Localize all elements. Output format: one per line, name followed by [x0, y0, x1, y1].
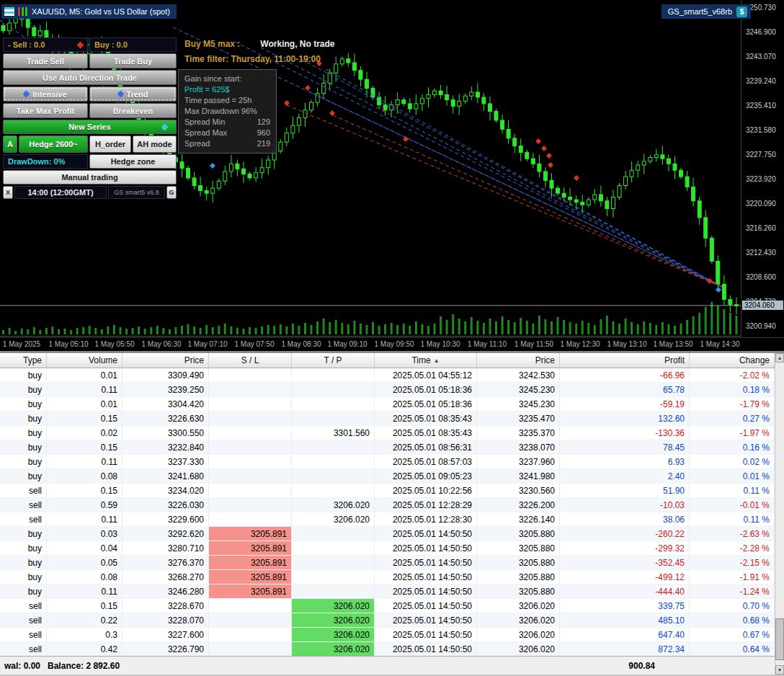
volume-bar: [70, 330, 72, 334]
trend-button[interactable]: Trend: [89, 86, 177, 102]
trade-cell: -10.03: [560, 498, 690, 512]
trade-cell: buy: [0, 455, 47, 469]
breakeven-button[interactable]: Breakeven: [89, 103, 177, 118]
tooltip-title: Gain since start:: [184, 74, 270, 84]
trade-cell: 3206.020: [292, 642, 375, 657]
trade-row[interactable]: buy0.043280.7103205.8912025.05.01 14:50:…: [0, 541, 775, 556]
column-header-price[interactable]: Price: [477, 353, 560, 368]
trade-cell: 3205.891: [209, 556, 292, 570]
hedge-button[interactable]: Hedge 2600~: [19, 135, 88, 153]
candle-body: [223, 172, 227, 181]
time-axis-label: 1 May 07:10: [187, 340, 227, 348]
trade-cell: 0.15: [47, 412, 122, 426]
trade-buy-button[interactable]: Trade Buy: [89, 53, 177, 68]
trade-row[interactable]: buy0.153232.8402025.05.01 08:56:313238.0…: [0, 440, 775, 455]
trade-row[interactable]: sell0.423226.7903206.0202025.05.01 14:50…: [0, 642, 775, 657]
candle-body: [458, 101, 461, 106]
scrollbar-thumb[interactable]: [775, 618, 784, 660]
candle-body: [642, 161, 646, 165]
volume-bar: [212, 327, 214, 334]
sell-counter[interactable]: - Sell : 0.0: [3, 37, 88, 52]
tooltip-spread: Spread 219: [184, 138, 270, 149]
buy-counter[interactable]: Buy : 0.0: [89, 37, 177, 52]
volume-bar: [366, 325, 368, 334]
trade-cell: 3206.020: [477, 599, 560, 613]
column-header-volume[interactable]: Volume: [47, 353, 122, 368]
time-filter-label: Time filter: Thursday, 11:00-19:00: [184, 54, 321, 64]
trade-cell: 3206.020: [477, 642, 560, 657]
trade-row[interactable]: buy0.013309.4902025.05.01 04:55:123242.5…: [0, 368, 775, 383]
volume-bar: [298, 326, 300, 334]
manual-trading-button[interactable]: Manual trading: [3, 170, 177, 184]
new-series-button[interactable]: New Series: [3, 120, 177, 134]
trade-row[interactable]: buy0.113246.2803205.8912025.05.01 14:50:…: [0, 584, 775, 599]
time-axis[interactable]: 1 May 20251 May 05:101 May 05:501 May 06…: [0, 337, 784, 351]
scroll-up-icon[interactable]: ▲: [775, 353, 784, 363]
spread-label: Spread: [184, 138, 210, 149]
candlestick-chart-icon[interactable]: [18, 7, 28, 16]
trade-cell: 0.11 %: [690, 512, 775, 527]
trade-cell: 0.02: [47, 426, 122, 440]
money-bag-icon[interactable]: $: [736, 6, 747, 17]
g-button[interactable]: G: [166, 186, 177, 199]
time-axis-label: 1 May 07:50: [234, 340, 274, 348]
trade-row[interactable]: buy0.153226.6302025.05.01 08:35:433235.4…: [0, 412, 775, 426]
time-axis-label: 1 May 13:10: [607, 340, 646, 348]
trade-row[interactable]: buy0.053276.3703205.8912025.05.01 14:50:…: [0, 556, 775, 570]
candle-body: [550, 180, 553, 188]
volume-bar: [255, 328, 257, 334]
volume-bar: [538, 316, 540, 334]
trade-row[interactable]: sell0.33227.6003206.0202025.05.01 14:50:…: [0, 628, 775, 642]
price-axis[interactable]: 3250.7303246.9003243.0703239.2403235.410…: [741, 0, 784, 337]
trade-cell: [292, 527, 375, 541]
trade-cell: 3206.020: [292, 512, 375, 527]
hedge-zone-button[interactable]: Hedge zone: [89, 154, 177, 169]
take-max-profit-button[interactable]: Take Max Profit: [3, 103, 88, 118]
column-header-price[interactable]: Price: [122, 353, 209, 368]
trade-row[interactable]: sell0.593226.0303206.0202025.05.01 12:28…: [0, 498, 775, 512]
volume-bar: [316, 321, 318, 334]
h-order-button[interactable]: H_order: [89, 135, 131, 153]
column-header-t-p[interactable]: T / P: [292, 353, 375, 368]
trade-cell: 0.02 %: [690, 455, 775, 469]
scroll-down-icon[interactable]: ▼: [775, 665, 784, 675]
column-header-type[interactable]: Type: [0, 353, 47, 368]
trade-row[interactable]: buy0.083241.6802025.05.01 09:05:233241.9…: [0, 469, 775, 484]
trade-row[interactable]: buy0.013304.4202025.05.01 05:18:363245.2…: [0, 397, 775, 412]
trade-cell: 2025.05.01 14:50:50: [375, 541, 477, 556]
close-panel-button[interactable]: X: [3, 186, 13, 199]
trade-row[interactable]: buy0.113237.3302025.05.01 08:57:033237.9…: [0, 455, 775, 469]
candle-body: [408, 104, 411, 109]
ah-mode-button[interactable]: AH mode: [133, 135, 177, 153]
trade-row[interactable]: sell0.153234.0202025.05.01 10:22:563230.…: [0, 484, 775, 498]
column-header-change[interactable]: Change: [690, 353, 775, 368]
trade-row[interactable]: buy0.083268.2703205.8912025.05.01 14:50:…: [0, 570, 775, 584]
intensive-button[interactable]: Intensive: [3, 86, 88, 102]
trade-sell-button[interactable]: Trade Sell: [3, 53, 88, 68]
candle-body: [352, 63, 356, 71]
volume-bar: [667, 324, 669, 334]
column-header-time[interactable]: Time▲: [375, 353, 477, 368]
trade-cell: 3238.070: [477, 440, 560, 455]
quotes-grid-icon[interactable]: [4, 7, 14, 16]
trade-cell: 0.27 %: [690, 412, 775, 426]
trade-row[interactable]: buy0.033292.6203205.8912025.05.01 14:50:…: [0, 527, 775, 541]
trade-cell: 3235.470: [477, 412, 560, 426]
column-header-profit[interactable]: Profit: [560, 353, 690, 368]
candle-body: [538, 164, 541, 172]
table-scrollbar[interactable]: ▲ ▼: [775, 353, 784, 675]
trade-row[interactable]: buy0.023300.5503301.5602025.05.01 08:35:…: [0, 426, 775, 440]
trade-row[interactable]: sell0.153228.6703206.0202025.05.01 14:50…: [0, 599, 775, 613]
trade-cell: 3241.980: [477, 469, 560, 484]
trade-row[interactable]: sell0.113229.6003206.0202025.05.01 12:28…: [0, 512, 775, 527]
a-mode-button[interactable]: A: [3, 135, 17, 153]
volume-bar: [446, 320, 448, 334]
trade-row[interactable]: sell0.223228.0703206.0202025.05.01 14:50…: [0, 613, 775, 628]
volume-bar: [236, 328, 239, 334]
auto-direction-button[interactable]: Use Auto Direction Trade: [3, 70, 177, 85]
trade-cell: 2025.05.01 14:50:50: [375, 570, 477, 584]
volume-bar: [631, 322, 633, 334]
trade-cell: -260.22: [560, 527, 690, 541]
trade-row[interactable]: buy0.113239.2502025.05.01 05:18:363245.2…: [0, 383, 775, 397]
column-header-s-l[interactable]: S / L: [209, 353, 292, 368]
